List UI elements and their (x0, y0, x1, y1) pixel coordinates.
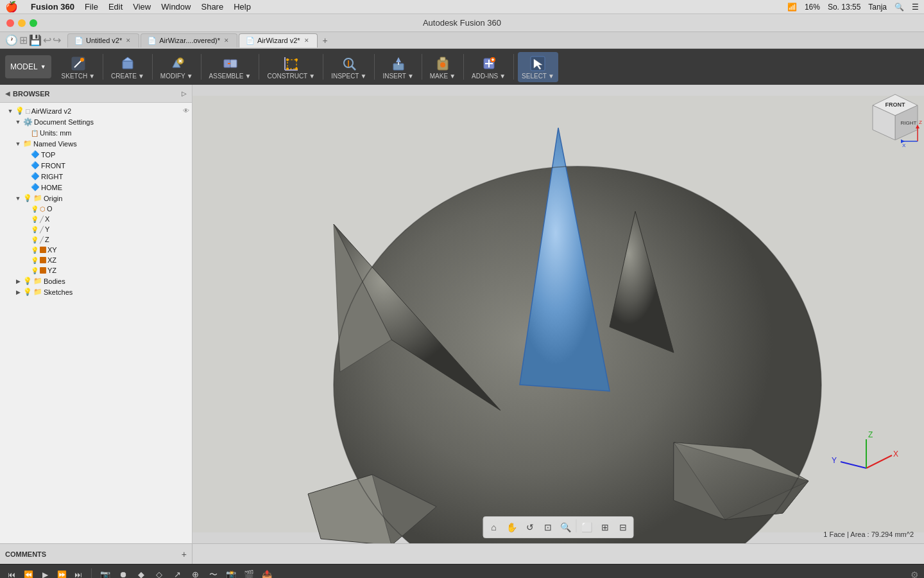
timeline-first-button[interactable]: ⏮ (5, 568, 18, 579)
undo-icon[interactable]: ↩ (43, 34, 51, 46)
toolbar-select[interactable]: SELECT ▼ (518, 52, 558, 82)
tree-item-airwizard[interactable]: ▼ 💡 □ AirWizard v2 👁 (0, 105, 192, 116)
browser-collapse-button[interactable]: ◀ (5, 90, 10, 97)
assemble-label: ASSEMBLE ▼ (209, 73, 252, 80)
menu-file[interactable]: File (85, 2, 98, 12)
viewport-orbit-button[interactable]: ↺ (522, 520, 538, 535)
clock: So. 13:55 (828, 3, 860, 12)
view-cube[interactable]: FRONT RIGHT Z X (866, 91, 918, 143)
keyframe-icon[interactable]: ◇ (152, 568, 166, 579)
redo-icon[interactable]: ↪ (53, 34, 61, 46)
menu-view[interactable]: View (133, 2, 151, 12)
make-label: MAKE ▼ (430, 73, 456, 80)
tree-item-yz[interactable]: 💡 YZ (0, 265, 192, 276)
timeline-prev-button[interactable]: ⏪ (22, 568, 35, 579)
toolbar-sketch[interactable]: SKETCH ▼ (58, 52, 99, 82)
tree-item-home[interactable]: 🔷 HOME (0, 182, 192, 193)
svg-text:RIGHT: RIGHT (901, 120, 917, 126)
viewport-toolbar: ⌂ ✋ ↺ ⊡ 🔍 ⬜ ⊞ ⊟ (483, 516, 634, 538)
grid-icon[interactable]: ⊞ (19, 34, 28, 46)
toolbar-assemble[interactable]: ASSEMBLE ▼ (205, 52, 255, 82)
toggle-icon[interactable]: ▼ (14, 141, 22, 147)
viewport[interactable]: X Y Z FRONT RIGHT (193, 85, 924, 543)
viewport-home-button[interactable]: ⌂ (486, 520, 502, 535)
viewport-pan-button[interactable]: ✋ (504, 520, 520, 535)
save-icon[interactable]: 💾 (29, 34, 42, 46)
menu-share[interactable]: Share (201, 2, 223, 12)
tab-airwizard-v2[interactable]: 📄 AirWizard v2* ✕ (239, 33, 318, 48)
mark-icon[interactable]: ◆ (134, 568, 148, 579)
render-icon[interactable]: 🎬 (242, 568, 256, 579)
search-icon[interactable]: 🔍 (894, 3, 904, 12)
maximize-button[interactable] (30, 19, 37, 27)
tab-close[interactable]: ✕ (124, 37, 132, 44)
menu-edit[interactable]: Edit (108, 2, 123, 12)
toolbar-insert[interactable]: INSERT ▼ (379, 52, 417, 82)
select-anim-icon[interactable]: ↗ (170, 568, 184, 579)
tree-item-xy[interactable]: 💡 XY (0, 245, 192, 255)
tree-item-namedviews[interactable]: ▼ 📁 Named Views (0, 138, 192, 149)
tab-airwizar-covered[interactable]: 📄 AirWizar....overed)* ✕ (141, 33, 237, 48)
menu-window[interactable]: Window (161, 2, 191, 12)
path-icon[interactable]: 〜 (206, 568, 220, 579)
tree-item-xz[interactable]: 💡 XZ (0, 255, 192, 265)
toggle-icon[interactable]: ▼ (6, 108, 14, 114)
workspace-selector[interactable]: MODEL ▼ (5, 55, 51, 78)
timeline-settings-button[interactable]: ⚙ (911, 570, 919, 579)
tab-close[interactable]: ✕ (223, 37, 230, 44)
tree-item-front[interactable]: 🔷 FRONT (0, 160, 192, 171)
timeline-next-button[interactable]: ⏩ (55, 568, 68, 579)
history-icon[interactable]: 🕐 (5, 34, 18, 46)
tree-item-origin[interactable]: ▼ 💡 📁 Origin (0, 193, 192, 204)
transform-icon[interactable]: ⊕ (188, 568, 202, 579)
tree-item-sketches[interactable]: ▶ 💡 📁 Sketches (0, 286, 192, 297)
tab-close[interactable]: ✕ (303, 37, 311, 44)
comments-add-button[interactable]: + (182, 549, 187, 559)
tree-label-namedviews: Named Views (33, 140, 189, 148)
tree-label-docsettings: Document Settings (34, 118, 189, 126)
toolbar-inspect[interactable]: INSPECT ▼ (327, 52, 370, 82)
minimize-button[interactable] (18, 19, 26, 27)
viewport-zoom-button[interactable]: 🔍 (558, 520, 574, 535)
record-icon[interactable]: ⏺ (116, 568, 130, 579)
viewport-grid-button[interactable]: ⊞ (597, 520, 613, 535)
tree-item-x[interactable]: 💡 ╱ X (0, 214, 192, 224)
apple-menu[interactable]: 🍎 (5, 1, 18, 13)
select-label: SELECT ▼ (522, 73, 554, 80)
list-icon[interactable]: ☰ (912, 3, 919, 12)
viewport-zoom-fit-button[interactable]: ⊡ (540, 520, 556, 535)
user-menu[interactable]: Tanja (868, 3, 887, 12)
browser-expand-button[interactable]: ▷ (182, 90, 187, 97)
viewport-more-button[interactable]: ⊟ (615, 520, 631, 535)
tree-label-bodies: Bodies (44, 277, 189, 285)
close-button[interactable] (6, 19, 14, 27)
toolbar-modify[interactable]: MODIFY ▼ (157, 52, 197, 82)
toolbar-make[interactable]: MAKE ▼ (426, 52, 459, 82)
capture-icon[interactable]: 📸 (224, 568, 238, 579)
tree-item-bodies[interactable]: ▶ 💡 📁 Bodies (0, 276, 192, 286)
toggle-icon[interactable]: ▼ (14, 195, 22, 202)
tree-item-o[interactable]: 💡 ⬡ O (0, 204, 192, 214)
toolbar-construct[interactable]: CONSTRUCT ▼ (263, 52, 319, 82)
toolbar-create[interactable]: CREATE ▼ (107, 52, 148, 82)
tab-untitled[interactable]: 📄 Untitled v2* ✕ (67, 33, 139, 48)
menu-help[interactable]: Help (234, 2, 251, 12)
visibility-icon[interactable]: 👁 (183, 107, 189, 114)
tree-item-top[interactable]: 🔷 TOP (0, 149, 192, 160)
camera-icon[interactable]: 📷 (98, 568, 112, 579)
tree-item-z[interactable]: 💡 ╱ Z (0, 234, 192, 245)
tree-item-docsettings[interactable]: ▼ ⚙️ Document Settings (0, 116, 192, 128)
tree-item-right[interactable]: 🔷 RIGHT (0, 171, 192, 182)
toolbar-addins[interactable]: ADD-INS ▼ (468, 52, 509, 82)
timeline-play-button[interactable]: ▶ (38, 568, 51, 579)
timeline-last-button[interactable]: ⏭ (72, 568, 85, 579)
viewport-display-mode-button[interactable]: ⬜ (579, 520, 595, 535)
tree-item-units[interactable]: 📋 Units: mm (0, 128, 192, 138)
toggle-icon-sketches[interactable]: ▶ (14, 289, 22, 295)
export-icon[interactable]: 📤 (260, 568, 274, 579)
new-tab-button[interactable]: + (319, 34, 332, 47)
toggle-icon[interactable]: ▼ (14, 119, 22, 125)
tree-item-y[interactable]: 💡 ╱ Y (0, 224, 192, 234)
toggle-icon-bodies[interactable]: ▶ (14, 278, 22, 285)
axis-icon-z: ╱ (40, 236, 44, 243)
